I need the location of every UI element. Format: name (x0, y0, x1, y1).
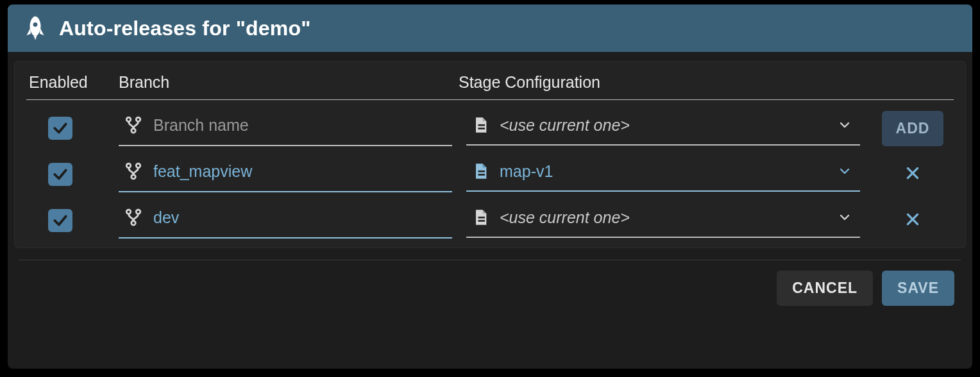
stage-value: <use current one> (500, 116, 827, 135)
stage-field[interactable]: map-v1 (466, 157, 860, 192)
rule-row: map-v1 (26, 146, 954, 192)
col-header-branch: Branch (119, 73, 459, 92)
branch-input[interactable] (153, 116, 447, 135)
rules-panel: Enabled Branch Stage Configuration (14, 61, 966, 248)
svg-rect-10 (478, 174, 486, 176)
dialog-title: Auto-releases for "demo" (59, 17, 311, 40)
table-header: Enabled Branch Stage Configuration (26, 73, 954, 100)
rocket-icon (24, 15, 46, 41)
col-header-enabled: Enabled (29, 73, 119, 92)
chevron-down-icon (837, 163, 855, 179)
cancel-button[interactable]: CANCEL (777, 271, 873, 306)
close-icon (904, 211, 921, 230)
new-rule-row: <use current one> ADD (26, 100, 954, 146)
chevron-down-icon (837, 210, 855, 225)
delete-button[interactable] (897, 205, 928, 236)
svg-point-11 (126, 210, 131, 214)
svg-point-12 (136, 210, 140, 214)
svg-point-6 (126, 163, 131, 168)
col-header-stage: Stage Configuration (459, 73, 874, 92)
git-branch-icon (124, 206, 143, 228)
svg-rect-15 (478, 220, 486, 222)
svg-rect-5 (478, 128, 486, 130)
dialog-footer: CANCEL SAVE (8, 260, 972, 316)
branch-field[interactable] (119, 203, 452, 239)
auto-releases-dialog: Auto-releases for "demo" Enabled Branch … (8, 4, 972, 369)
enabled-checkbox[interactable] (48, 163, 72, 186)
stage-value: map-v1 (500, 162, 827, 181)
stage-value: <use current one> (500, 208, 827, 227)
svg-point-13 (131, 221, 136, 226)
branch-field[interactable] (119, 156, 452, 192)
enabled-checkbox[interactable] (48, 117, 72, 140)
save-button[interactable]: SAVE (882, 271, 954, 306)
svg-point-8 (131, 175, 136, 180)
svg-rect-4 (478, 124, 486, 126)
svg-point-0 (33, 22, 38, 27)
file-icon (471, 207, 489, 228)
add-button[interactable]: ADD (882, 111, 944, 146)
svg-point-3 (131, 129, 136, 133)
svg-point-2 (136, 117, 140, 122)
git-branch-icon (124, 160, 143, 182)
file-icon (471, 115, 489, 135)
svg-point-1 (126, 117, 131, 122)
delete-button[interactable] (897, 159, 928, 190)
stage-field[interactable]: <use current one> (466, 111, 860, 146)
branch-field[interactable] (119, 110, 452, 146)
branch-input[interactable] (153, 162, 447, 181)
stage-field[interactable]: <use current one> (466, 203, 860, 238)
enabled-checkbox[interactable] (48, 209, 72, 232)
file-icon (471, 161, 489, 181)
branch-input[interactable] (153, 208, 447, 227)
dialog-header: Auto-releases for "demo" (8, 4, 972, 52)
svg-point-7 (136, 163, 140, 168)
svg-rect-14 (478, 217, 486, 219)
rule-row: <use current one> (26, 192, 954, 239)
svg-rect-9 (478, 171, 486, 172)
git-branch-icon (124, 114, 143, 136)
close-icon (904, 165, 921, 184)
chevron-down-icon (837, 117, 855, 133)
